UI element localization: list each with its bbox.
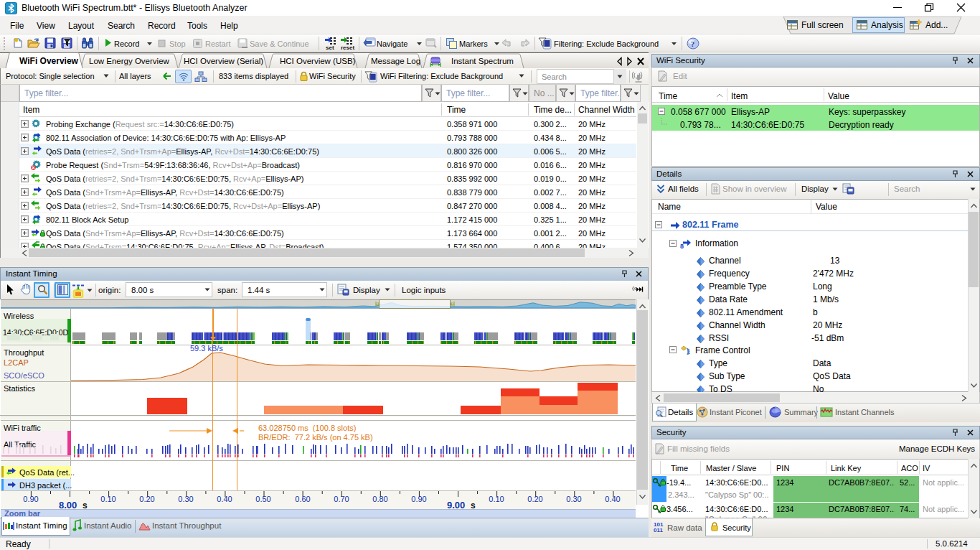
svg-text:?: ? (691, 40, 694, 48)
svg-text:8: 8 (680, 243, 684, 248)
svg-text:reset: reset (341, 45, 354, 50)
svg-text:set: set (326, 45, 334, 50)
svg-text:011: 011 (654, 527, 663, 533)
